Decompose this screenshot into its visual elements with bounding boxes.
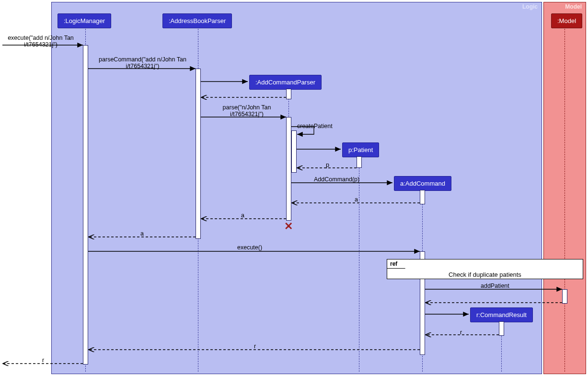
ref-fragment: ref Check if duplicate patients <box>387 259 583 279</box>
msg-parse: parse("n/John Tan i/t7654321j") <box>208 104 285 118</box>
model-frame-label: Model <box>561 2 586 11</box>
participant-logicmanager: :LogicManager <box>58 13 111 28</box>
msg-return-r3: r <box>42 357 44 364</box>
activation-addcommandparser-3 <box>291 130 297 173</box>
activation-model <box>562 289 567 304</box>
msg-return-r1: r <box>460 329 462 336</box>
msg-return-a1: a <box>355 196 358 203</box>
logic-frame-label: Logic <box>519 2 542 11</box>
participant-patient: p:Patient <box>342 142 379 157</box>
activation-patient <box>357 156 362 168</box>
activation-commandresult <box>499 321 504 336</box>
lifeline-patient <box>359 156 359 372</box>
msg-return-r2: r <box>254 343 256 350</box>
msg-addcommand-p: AddCommand(p) <box>314 176 359 183</box>
msg-createpatient: createPatient <box>297 123 333 130</box>
participant-model: :Model <box>551 13 582 28</box>
lifeline-model <box>565 26 565 372</box>
msg-execute: execute() <box>237 244 262 251</box>
participant-commandresult: r:CommandResult <box>470 307 533 322</box>
destroy-x-icon: ✕ <box>284 220 293 233</box>
activation-logicmanager <box>83 45 88 365</box>
participant-addcommand: a:AddCommand <box>394 176 451 191</box>
activation-addcommandparser-2 <box>286 117 291 221</box>
msg-return-p: p <box>326 162 329 168</box>
msg-execute-add: execute("add n/John Tan i/t7654321j") <box>2 35 79 48</box>
participant-addressbookparser: :AddressBookParser <box>162 13 232 28</box>
msg-addpatient: addPatient <box>481 283 509 289</box>
msg-return-a3: a <box>140 230 144 237</box>
activation-addcommandparser-1 <box>286 89 291 99</box>
activation-addcommand-1 <box>420 190 425 204</box>
msg-return-a2: a <box>241 212 244 219</box>
activation-addressbookparser <box>196 69 201 239</box>
participant-addcommandparser: :AddCommandParser <box>249 75 322 90</box>
msg-parsecommand: parseCommand("add n/John Tan i/t7654321j… <box>91 56 194 70</box>
ref-text: Check if duplicate patients <box>387 259 583 278</box>
